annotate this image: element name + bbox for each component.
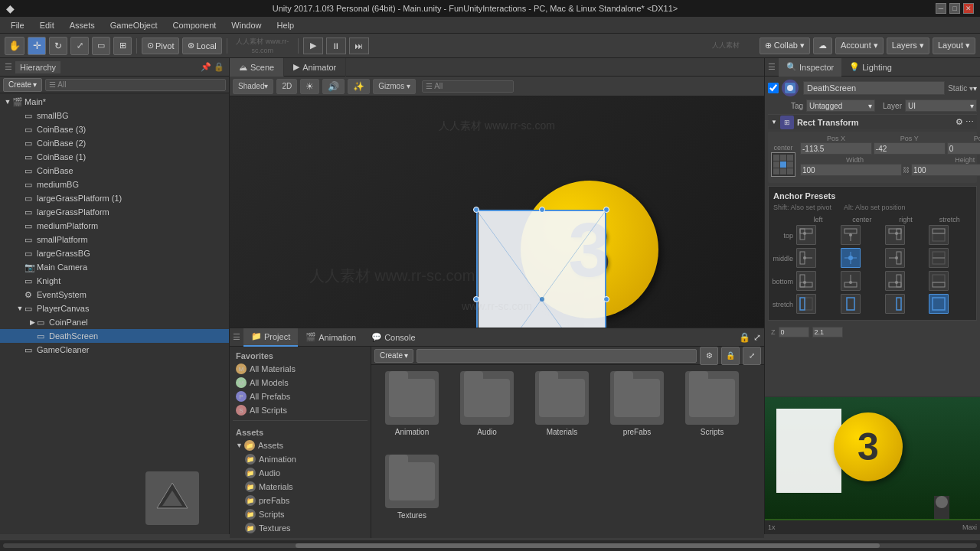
handle-mr[interactable] — [603, 296, 609, 302]
step-button[interactable]: ⏭ — [349, 37, 369, 54]
anchor-bot-right[interactable] — [885, 271, 905, 291]
hierarchy-pin-icon[interactable]: 📌 — [201, 62, 211, 72]
audio-button[interactable]: 🔊 — [322, 79, 345, 94]
hierarchy-item-gamecleaner[interactable]: ▭ GameCleaner — [0, 343, 229, 357]
scale-tool-button[interactable]: ⤢ — [70, 37, 89, 55]
hierarchy-item-deathscreen[interactable]: ▭ DeathScreen — [0, 329, 229, 343]
menu-assets[interactable]: Assets — [62, 19, 103, 31]
2d-button[interactable]: 2D — [276, 79, 297, 94]
asset-animation-folder[interactable]: Animation — [377, 371, 446, 448]
anchor-bot-left[interactable] — [796, 271, 816, 291]
anchor-top-right[interactable] — [885, 225, 905, 245]
pos-z-input[interactable] — [947, 142, 980, 155]
handle-tl[interactable] — [473, 207, 479, 213]
transform-tool-button[interactable]: ⊞ — [113, 37, 132, 55]
asset-textures-folder[interactable]: Textures — [377, 455, 446, 532]
menu-file[interactable]: File — [3, 19, 32, 31]
assets-create-button[interactable]: Create ▾ — [374, 349, 413, 363]
collab-button[interactable]: ⊕ Collab ▾ — [760, 37, 810, 54]
anchor-mid-right[interactable] — [885, 248, 905, 268]
account-button[interactable]: Account ▾ — [835, 37, 884, 54]
pos-x-input[interactable] — [800, 142, 872, 155]
menu-help[interactable]: Help — [269, 19, 302, 31]
anchor-top-left[interactable] — [796, 225, 816, 245]
hierarchy-item-playercanvas[interactable]: ▼ ▭ PlayerCanvas — [0, 302, 229, 315]
assets-lock-button[interactable]: 🔒 — [721, 347, 740, 365]
assets-expand-button[interactable]: ⤢ — [743, 347, 761, 365]
tab-animation[interactable]: 🎬 Animation — [298, 328, 364, 347]
hierarchy-item-coinbase[interactable]: ▭ CoinBase — [0, 164, 229, 178]
align-ml[interactable] — [773, 161, 779, 168]
tab-project[interactable]: 📁 Project — [243, 328, 298, 347]
hierarchy-item-lgg1[interactable]: ▭ largeGrassPlatform (1) — [0, 191, 229, 205]
hierarchy-item-coinbase2[interactable]: ▭ CoinBase (2) — [0, 136, 229, 150]
hierarchy-create-button[interactable]: Create ▾ — [3, 78, 42, 92]
assets-scripts[interactable]: 📁 Scripts — [233, 507, 368, 521]
layout-button[interactable]: Layout ▾ — [933, 37, 975, 54]
align-tl[interactable] — [773, 155, 779, 161]
hierarchy-item-smallbg[interactable]: ▭ smallBG — [0, 109, 229, 122]
assets-filter-button[interactable]: ⚙ — [700, 347, 718, 365]
align-br[interactable] — [787, 168, 793, 174]
anchor-str-right[interactable] — [885, 294, 905, 314]
object-name-input[interactable] — [803, 81, 945, 95]
lock-icon[interactable]: 🔒 — [739, 332, 750, 343]
scroll-track[interactable] — [3, 543, 977, 548]
menu-gameobject[interactable]: GameObject — [103, 19, 165, 31]
static-dropdown-icon[interactable]: ▾ — [973, 84, 977, 93]
assets-tree-root[interactable]: ▼ 📁 Assets — [233, 439, 368, 452]
align-bl[interactable] — [773, 168, 779, 174]
anchor-str-left[interactable] — [796, 294, 816, 314]
rect-transform-header[interactable]: ▼ ⊞ Rect Transform ⚙ ⋯ — [768, 114, 977, 129]
rt-settings-icon[interactable]: ⚙ — [956, 117, 963, 127]
assets-anim[interactable]: 📁 Animation — [233, 452, 368, 466]
extra-field[interactable] — [812, 327, 843, 337]
hierarchy-item-smallp[interactable]: ▭ smallPlatform — [0, 233, 229, 246]
asset-prefabs-folder[interactable]: preFabs — [603, 371, 671, 448]
anchor-mid-stretch[interactable] — [929, 248, 949, 268]
hierarchy-item-lgg[interactable]: ▭ largeGrassPlatform — [0, 205, 229, 219]
layer-dropdown[interactable]: UI ▾ — [905, 99, 977, 112]
pos-y-input[interactable] — [874, 142, 946, 155]
pause-button[interactable]: ⏸ — [326, 37, 346, 54]
handle-ml[interactable] — [473, 296, 479, 302]
hierarchy-item-maincam[interactable]: 📷 Main Camera — [0, 260, 229, 274]
fav-all-materials[interactable]: M All Materials — [233, 362, 368, 376]
menu-edit[interactable]: Edit — [32, 19, 62, 31]
hierarchy-item-coinbase1[interactable]: ▭ CoinBase (1) — [0, 150, 229, 164]
window-controls[interactable]: ─ □ ✕ — [936, 3, 974, 14]
move-tool-button[interactable]: ✛ — [28, 37, 46, 55]
hierarchy-lock-icon[interactable]: 🔒 — [214, 62, 224, 72]
play-button[interactable]: ▶ — [303, 37, 323, 54]
width-input[interactable] — [800, 164, 902, 176]
hierarchy-item-mediump[interactable]: ▭ mediumPlatform — [0, 219, 229, 233]
z-field[interactable] — [779, 327, 809, 337]
hierarchy-item-lgbg[interactable]: ▭ largeGrassBG — [0, 246, 229, 260]
assets-search-input[interactable] — [416, 349, 697, 363]
menu-component[interactable]: Component — [165, 19, 224, 31]
anchor-bot-stretch[interactable] — [929, 271, 949, 291]
fav-all-prefabs[interactable]: P All Prefabs — [233, 390, 368, 403]
hierarchy-item-mediumbg[interactable]: ▭ mediumBG — [0, 178, 229, 191]
local-dropdown[interactable]: ⊛ Local — [182, 37, 221, 54]
layers-button[interactable]: Layers ▾ — [887, 37, 929, 54]
object-active-checkbox[interactable] — [768, 83, 779, 93]
rt-overflow-icon[interactable]: ⋯ — [965, 117, 974, 127]
scroll-thumb[interactable] — [296, 543, 880, 548]
scene-view[interactable]: 人人素材 www.rr-sc.com 3 — [230, 96, 764, 328]
anchor-str-stretch[interactable] — [929, 294, 949, 314]
tab-lighting[interactable]: 💡 Lighting — [841, 58, 900, 77]
tab-scene[interactable]: ⛰ Scene — [230, 58, 284, 77]
effects-button[interactable]: ✨ — [348, 79, 370, 94]
align-tc[interactable] — [780, 155, 786, 161]
anchor-mid-center[interactable] — [841, 248, 861, 268]
assets-audio[interactable]: 📁 Audio — [233, 466, 368, 480]
hierarchy-item-eventsys[interactable]: ⚙ EventSystem — [0, 288, 229, 302]
minimize-button[interactable]: ─ — [936, 3, 946, 14]
assets-scrollbar[interactable] — [0, 540, 980, 551]
cloud-button[interactable]: ☁ — [813, 37, 832, 54]
anchor-bot-center[interactable] — [841, 271, 861, 291]
align-bc[interactable] — [780, 168, 786, 174]
asset-audio-folder[interactable]: Audio — [452, 371, 521, 448]
close-button[interactable]: ✕ — [963, 3, 974, 14]
